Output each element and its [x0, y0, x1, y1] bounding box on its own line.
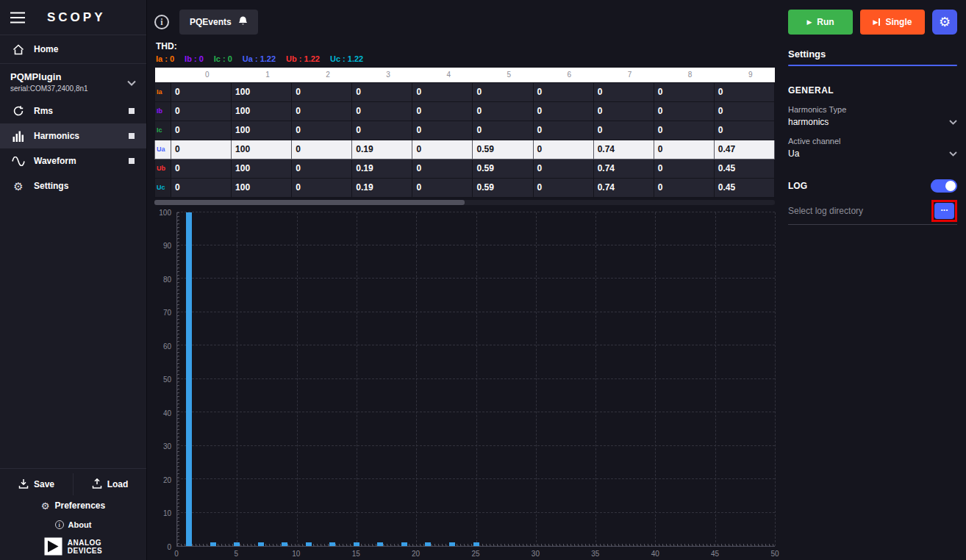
preferences-button[interactable]: ⚙ Preferences — [0, 495, 146, 516]
table-col-header: 8 — [654, 68, 714, 82]
row-label: Ia — [155, 82, 171, 101]
table-cell: 0 — [593, 101, 654, 121]
load-icon — [92, 478, 102, 491]
brand-line1: ANALOG — [68, 539, 102, 547]
thd-title: THD: — [156, 41, 775, 51]
table-row-ib[interactable]: Ib010000000000 — [155, 101, 775, 121]
table-cell: 0 — [292, 140, 352, 159]
harmonics-run-indicator[interactable] — [129, 133, 135, 139]
chart-bar-h21 — [425, 542, 431, 546]
load-button[interactable]: Load — [73, 473, 146, 495]
table-row-ic[interactable]: Ic010000000000 — [155, 121, 775, 140]
x-tick-label: 35 — [591, 550, 599, 558]
chart-bar-h7 — [258, 542, 264, 546]
waveform-run-indicator[interactable] — [129, 158, 135, 164]
scrollbar-thumb[interactable] — [154, 200, 465, 205]
harmonics-type-label: Harmonics Type — [788, 105, 957, 114]
chart-y-axis: 0102030405060708090100 — [154, 212, 176, 548]
chart-bar-h25 — [473, 542, 479, 546]
rms-run-indicator[interactable] — [129, 108, 135, 114]
gear-icon: ⚙ — [939, 14, 951, 30]
table-cell: 0 — [533, 82, 593, 101]
harmonics-type-value: harmonics — [788, 117, 829, 127]
single-label: Single — [885, 17, 912, 27]
table-col-header: 5 — [473, 68, 533, 82]
x-tick-label: 50 — [770, 550, 779, 558]
annotation-highlight-box: ... — [931, 200, 957, 222]
table-scrollbar[interactable] — [154, 200, 775, 205]
sidebar-item-label: Settings — [34, 181, 68, 191]
gear-icon: ⚙ — [12, 181, 25, 192]
table-cell: 0 — [593, 121, 654, 140]
table-col-header: 9 — [714, 68, 774, 82]
table-row-uc[interactable]: Uc010000.1900.5900.7400.45 — [155, 178, 775, 197]
thd-value-ib: Ib : 0 — [185, 54, 204, 63]
table-cell: 0.45 — [714, 178, 774, 197]
plugin-header[interactable]: PQMPlugin serial:COM37,2400,8n1 — [0, 64, 146, 98]
table-cell: 0 — [473, 101, 533, 121]
main-content: i PQEvents THD: Ia : 0Ib : 0Ic : 0Ua : 1… — [147, 0, 781, 560]
table-cell: 0 — [412, 159, 473, 178]
y-tick-label: 50 — [163, 376, 171, 384]
sidebar-item-settings[interactable]: ⚙ Settings — [0, 173, 146, 198]
browse-button[interactable]: ... — [934, 203, 954, 219]
chart-bar-h9 — [282, 542, 287, 546]
table-cell: 0.59 — [473, 140, 533, 159]
gear-icon: ⚙ — [41, 501, 50, 511]
sidebar-item-harmonics[interactable]: Harmonics — [0, 123, 146, 148]
preferences-label: Preferences — [54, 500, 105, 511]
table-cell: 0.47 — [714, 140, 774, 159]
pqevents-button[interactable]: PQEvents — [179, 10, 258, 35]
bell-icon — [238, 15, 248, 29]
settings-gear-button[interactable]: ⚙ — [932, 10, 957, 35]
y-tick-label: 90 — [163, 242, 171, 250]
thd-value-ua: Ua : 1.22 — [243, 54, 276, 63]
chart-x-axis: 05101520253035404550 — [176, 547, 775, 560]
sidebar-item-waveform[interactable]: Waveform — [0, 148, 146, 173]
x-tick-label: 30 — [532, 550, 540, 558]
info-icon[interactable]: i — [154, 15, 169, 29]
gridline-v — [775, 212, 776, 547]
analog-devices-logo: ANALOG DEVICES — [0, 534, 146, 557]
active-channel-dropdown[interactable]: Ua — [788, 148, 957, 159]
chart-bar-h5 — [234, 542, 240, 546]
table-row-ua[interactable]: Ua010000.1900.5900.7400.47 — [155, 140, 775, 159]
table-row-ub[interactable]: Ub010000.1900.5900.7400.45 — [155, 159, 775, 178]
thd-values: Ia : 0Ib : 0Ic : 0Ua : 1.22Ub : 1.22Uc :… — [156, 54, 775, 63]
table-cell: 0 — [171, 178, 232, 197]
sidebar-item-rms[interactable]: Rms — [0, 98, 146, 123]
about-label: About — [68, 520, 92, 529]
row-label: Ua — [155, 140, 171, 159]
x-tick-label: 45 — [711, 550, 719, 558]
table-cell: 0 — [473, 82, 533, 101]
save-button[interactable]: Save — [0, 473, 73, 495]
table-cell: 0.59 — [473, 159, 533, 178]
table-cell: 0 — [171, 121, 232, 140]
table-row-ia[interactable]: Ia010000000000 — [155, 82, 775, 101]
log-directory-input[interactable] — [788, 206, 927, 216]
row-label: Ic — [155, 121, 171, 140]
single-button[interactable]: ▶ Single — [860, 10, 925, 35]
plugin-name: PQMPlugin — [10, 71, 88, 82]
table-cell: 0 — [654, 140, 714, 159]
table-cell: 0 — [292, 82, 352, 101]
thd-value-ia: Ia : 0 — [156, 54, 174, 63]
table-cell: 0.45 — [714, 159, 774, 178]
table-col-header: 1 — [232, 68, 292, 82]
chart-corner — [154, 547, 176, 560]
table-cell: 0 — [171, 159, 232, 178]
about-button[interactable]: i About — [0, 516, 146, 534]
sidebar: SCOPY Home PQMPlugin serial:COM37,2400,8… — [0, 0, 147, 560]
harmonics-type-dropdown[interactable]: harmonics — [788, 117, 957, 127]
gridline-v — [715, 212, 716, 547]
chart-bar-h19 — [401, 542, 407, 546]
log-toggle[interactable] — [931, 179, 957, 193]
sidebar-item-label: Rms — [34, 106, 53, 116]
run-button[interactable]: ▶ Run — [788, 10, 853, 35]
right-panel: ▶ Run ▶ Single ⚙ Settings GENERAL Harmon… — [781, 0, 966, 560]
table-cell: 0 — [412, 82, 473, 101]
sidebar-item-home[interactable]: Home — [0, 35, 146, 63]
menu-toggle-icon[interactable] — [10, 12, 25, 24]
table-cell: 0 — [292, 178, 352, 197]
table-cell: 0 — [714, 121, 774, 140]
